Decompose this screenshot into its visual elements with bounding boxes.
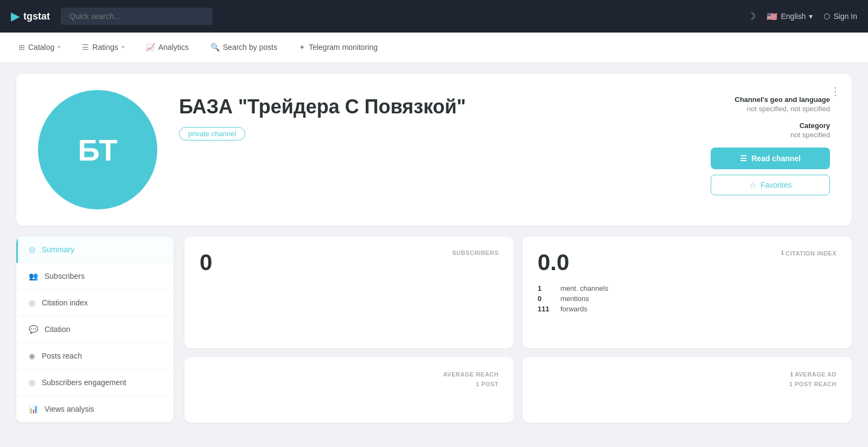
citation-index-card: 0.0 ℹ CITATION INDEX 1 ment. channels 0 … (522, 237, 852, 348)
sidebar: ◎ Summary 👥 Subscribers ◎ Citation index… (16, 237, 174, 423)
forwards-num: 111 (538, 305, 554, 313)
summary-label: Summary (42, 245, 74, 254)
subscribers-icon: 👥 (29, 272, 38, 280)
channel-card: БТ БАЗА "Трейдера С Повязкой" private ch… (16, 74, 852, 226)
private-badge: private channel (179, 127, 245, 141)
read-channel-label: Read channel (751, 154, 801, 163)
average-ad-info-icon: ℹ (790, 371, 793, 378)
subscribers-card-header: 0 SUBSCRIBERS (200, 250, 499, 276)
sidebar-item-subscribers-engagement[interactable]: ◎ Subscribers engagement (16, 369, 174, 396)
chevron-down-icon: ▾ (809, 12, 813, 21)
average-reach-header: AVERAGE REACH 1 POST (200, 370, 499, 389)
sign-in-icon: ⬡ (824, 12, 830, 21)
secondary-navigation: ⊞ Catalog ▾ ☰ Ratings ▾ 📈 Analytics 🔍 Se… (0, 33, 868, 63)
subscribers-card: 0 SUBSCRIBERS (184, 237, 514, 348)
more-options-button[interactable]: ⋮ (830, 85, 841, 98)
sidebar-item-citation-index[interactable]: ◎ Citation index (16, 290, 174, 316)
average-reach-label: AVERAGE REACH 1 POST (443, 370, 499, 389)
nav-left: ▶ tgstat (11, 8, 213, 25)
sidebar-item-posts-reach[interactable]: ◉ Posts reach (16, 343, 174, 369)
citation-index-number: 0.0 (538, 250, 569, 276)
analytics-icon: 📈 (146, 43, 155, 52)
category-label: Category (711, 122, 830, 130)
forwards-row: 111 forwards (538, 305, 837, 313)
citation-details: 1 ment. channels 0 mentions 111 forwards (538, 284, 837, 313)
views-icon: 📊 (29, 405, 38, 413)
citation-icon: 💬 (29, 325, 38, 334)
citation-index-icon: ◎ (29, 298, 35, 307)
stats-grid: 0 SUBSCRIBERS 0.0 ℹ CITATION INDEX 1 men… (184, 237, 852, 423)
geo-lang-label: Channel's geo and language (711, 95, 830, 104)
citation-info-icon: ℹ (781, 250, 784, 257)
bottom-section: ◎ Summary 👥 Subscribers ◎ Citation index… (16, 237, 852, 423)
logo-text: tgstat (23, 11, 50, 22)
nav-search-posts[interactable]: 🔍 Search by posts (208, 33, 279, 63)
telegram-label: Telegram monitoring (309, 43, 378, 52)
citation-index-header: 0.0 ℹ CITATION INDEX (538, 250, 837, 276)
average-reach-card: AVERAGE REACH 1 POST (184, 357, 514, 423)
category-value: not specified (711, 131, 830, 139)
forwards-desc: forwards (560, 305, 588, 313)
citation-label: Citation (44, 325, 70, 334)
ment-channels-row: 1 ment. channels (538, 284, 837, 292)
sidebar-item-summary[interactable]: ◎ Summary (16, 237, 174, 263)
read-channel-icon: ☰ (740, 154, 747, 163)
nav-ratings[interactable]: ☰ Ratings ▾ (80, 33, 126, 63)
sidebar-item-views-analysis[interactable]: 📊 Views analysis (16, 396, 174, 423)
nav-right: ☽ 🇺🇸 English ▾ ⬡ Sign In (747, 10, 857, 22)
mentions-desc: mentions (560, 295, 589, 303)
analytics-label: Analytics (158, 43, 189, 52)
posts-reach-icon: ◉ (29, 352, 35, 360)
read-channel-button[interactable]: ☰ Read channel (711, 148, 830, 169)
sign-in-button[interactable]: ⬡ Sign In (824, 12, 857, 21)
views-label: Views analysis (44, 405, 94, 413)
channel-meta: Channel's geo and language not specified… (711, 90, 830, 195)
catalog-label: Catalog (28, 43, 54, 52)
avatar-text: БТ (78, 132, 117, 168)
mentions-num: 0 (538, 295, 554, 303)
citation-index-label: ℹ CITATION INDEX (781, 250, 837, 257)
search-posts-icon: 🔍 (210, 43, 220, 52)
logo-icon: ▶ (11, 10, 19, 23)
search-input[interactable] (61, 8, 213, 25)
telegram-icon: ✦ (299, 43, 305, 52)
nav-catalog[interactable]: ⊞ Catalog ▾ (16, 33, 62, 63)
subscribers-label: Subscribers (44, 272, 85, 280)
average-ad-header: ℹ AVERAGE AD 1 POST REACH (538, 370, 837, 389)
channel-title: БАЗА "Трейдера С Повязкой" (179, 95, 689, 118)
logo[interactable]: ▶ tgstat (11, 10, 50, 23)
top-navigation: ▶ tgstat ☽ 🇺🇸 English ▾ ⬡ Sign In (0, 0, 868, 33)
citation-index-label: Citation index (42, 298, 88, 307)
subscribers-label: SUBSCRIBERS (452, 250, 499, 256)
catalog-icon: ⊞ (18, 43, 25, 52)
posts-reach-label: Posts reach (42, 352, 82, 360)
geo-lang-value: not specified, not specified (711, 105, 830, 113)
moon-icon[interactable]: ☽ (747, 10, 756, 22)
ratings-label: Ratings (92, 43, 118, 52)
sign-in-label: Sign In (833, 12, 857, 21)
ment-channels-desc: ment. channels (560, 284, 608, 292)
catalog-chevron: ▾ (58, 44, 60, 50)
favorites-button[interactable]: ☆ Favorites (711, 175, 830, 195)
search-posts-label: Search by posts (223, 43, 277, 52)
star-icon: ☆ (749, 181, 756, 189)
sidebar-item-citation[interactable]: 💬 Citation (16, 316, 174, 343)
summary-icon: ◎ (29, 245, 35, 254)
language-selector[interactable]: 🇺🇸 English ▾ (767, 11, 813, 22)
language-label: English (781, 12, 806, 21)
nav-analytics[interactable]: 📈 Analytics (144, 33, 191, 63)
ratings-icon: ☰ (82, 43, 89, 52)
engagement-icon: ◎ (29, 378, 35, 387)
main-content: БТ БАЗА "Трейдера С Повязкой" private ch… (0, 63, 868, 433)
channel-avatar: БТ (38, 90, 157, 209)
favorites-label: Favorites (761, 181, 792, 189)
sidebar-item-subscribers[interactable]: 👥 Subscribers (16, 263, 174, 290)
ratings-chevron: ▾ (122, 44, 124, 50)
flag-icon: 🇺🇸 (767, 11, 777, 22)
average-ad-card: ℹ AVERAGE AD 1 POST REACH (522, 357, 852, 423)
channel-info: БАЗА "Трейдера С Повязкой" private chann… (179, 90, 689, 141)
mentions-row: 0 mentions (538, 295, 837, 303)
average-ad-label: ℹ AVERAGE AD 1 POST REACH (789, 370, 837, 389)
nav-telegram-monitoring[interactable]: ✦ Telegram monitoring (297, 33, 380, 63)
subscribers-count: 0 (200, 250, 212, 276)
